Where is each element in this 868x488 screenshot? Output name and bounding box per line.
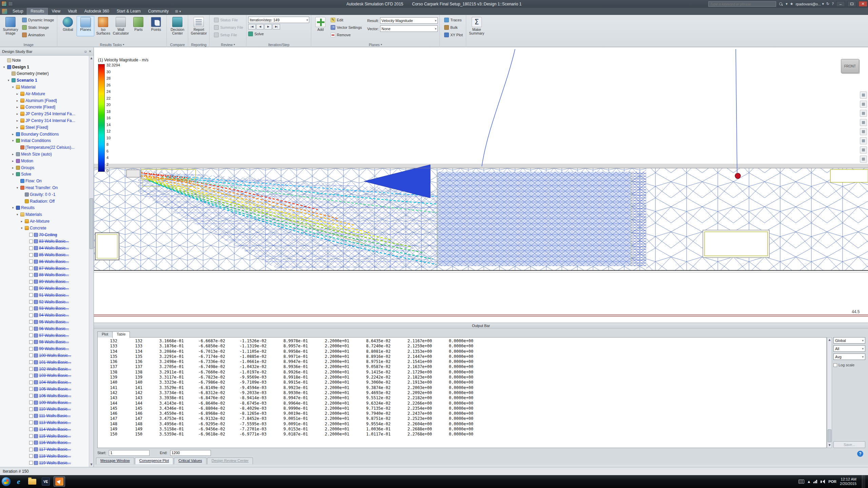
tree-item[interactable]: ▸Concrete [Fixed] [0,104,89,111]
table-row[interactable]: 1371373.2705e-01-6.7498e-02-1.0432e-028.… [100,364,826,369]
tree-item[interactable]: ▸Boundary Conditions [0,131,89,138]
view-cube[interactable]: FRONT [841,59,859,73]
tree-item[interactable]: 94 Walls:Basic... [0,312,89,319]
xy-plot-button[interactable]: XY Plot [443,32,464,38]
maximize-button[interactable] [847,1,856,7]
expander-open-icon[interactable]: ▾ [11,206,15,209]
tree-item[interactable]: ▸Motion [0,158,89,164]
scope-combo[interactable]: Global▾ [833,337,865,344]
visibility-checkbox[interactable] [29,441,33,445]
search-caret-icon[interactable]: ▾ [786,2,788,6]
tree-item[interactable]: Radiation: Off [0,198,89,205]
table-row[interactable]: 1441443.4143e-01-6.8640e-02-8.6745e-038.… [100,401,826,406]
output-tab-design-review-center[interactable]: Design Review Center [207,458,253,464]
expander-open-icon[interactable]: ▾ [15,186,19,189]
visibility-checkbox[interactable] [29,347,33,351]
tree-item[interactable]: 89 Walls:Basic... [0,278,89,285]
quantity-combo[interactable]: All▾ [833,345,865,352]
tree-item[interactable]: 99 Walls:Basic... [0,345,89,352]
panel-close-icon[interactable]: ✕ [89,49,92,53]
search-icon[interactable] [778,2,783,6]
sync-icon[interactable]: ↻ [826,2,829,6]
table-row[interactable]: 1361363.2498e-01-6.7336e-02-1.0661e-028.… [100,359,826,364]
table-row[interactable]: 1381383.2911e-01-6.7660e-02-1.0197e-028.… [100,370,826,375]
tree-item[interactable]: 116 Walls:Basic... [0,439,89,446]
tree-item[interactable]: 91 Walls:Basic... [0,292,89,299]
static-image-button[interactable]: Static Image [21,24,55,31]
visibility-checkbox[interactable] [29,340,33,344]
menu-tab-start-learn[interactable]: Start & Learn [113,8,144,15]
tree-item[interactable]: 84 Walls:Basic... [0,245,89,251]
favorites-star-icon[interactable]: ★ [790,2,793,6]
tree-item[interactable]: 113 Walls:Basic... [0,419,89,426]
visibility-checkbox[interactable] [29,286,33,290]
tree-item[interactable]: 86 Walls:Basic... [0,258,89,265]
add-plane-button[interactable]: Add [313,16,328,36]
planes-button[interactable]: Planes [77,16,94,36]
section-plane-icon[interactable] [860,110,867,117]
visibility-checkbox[interactable] [29,454,33,458]
menu-tab-results[interactable]: Results [27,8,48,15]
tree-item[interactable]: Flow: On [0,178,89,184]
animation-button[interactable]: Animation [21,32,55,38]
tree-item[interactable]: 118 Walls:Basic... [0,453,89,460]
tree-item[interactable]: 70 Ceiling [0,231,89,238]
tree-item[interactable]: ▾Concrete [0,225,89,231]
tray-expand-icon[interactable]: ▲ [808,480,810,483]
expander-closed-icon[interactable]: ▸ [15,119,19,122]
expander-closed-icon[interactable]: ▸ [15,99,19,102]
iso-surfaces-button[interactable]: Iso Surfaces [94,16,112,36]
tree-item[interactable]: 96 Walls:Basic... [0,325,89,332]
tree-item[interactable]: 104 Walls:Basic... [0,379,89,386]
tree-item[interactable]: Note [0,57,89,64]
clip-icon[interactable] [860,137,867,144]
tree-item[interactable]: ▾Scenario 1 [0,77,89,84]
file-explorer-button[interactable] [26,476,38,487]
language-indicator[interactable]: POR [828,480,836,484]
quick-access-icon[interactable] [8,1,13,6]
appearance-icon[interactable] [860,92,867,99]
table-row[interactable]: 1331333.1876e-01-6.6850e-02-1.1319e-028.… [100,344,826,349]
output-table[interactable]: 1321323.1668e-01-6.6687e-02-1.1526e-028.… [97,337,827,448]
expander-open-icon[interactable]: ▾ [20,226,24,230]
tree-item[interactable]: 83 Walls:Basic... [0,238,89,245]
iteration-step-combo[interactable]: Iteration/step: 149 ▾ [248,17,309,23]
visibility-checkbox[interactable] [29,414,33,418]
visibility-checkbox[interactable] [29,260,33,263]
decision-center-button[interactable]: Decision Center [169,16,186,36]
probe-icon[interactable] [860,119,867,126]
monitor-point-marker[interactable] [735,173,741,179]
step-last-button[interactable]: ▶| [273,24,280,29]
expander-open-icon[interactable]: ▾ [15,213,19,216]
visibility-checkbox[interactable] [29,461,33,465]
group-label-results-tasks[interactable]: Results Tasks▾ [57,42,166,47]
design-study-bar-header[interactable]: Design Study Bar ▫ ✕ [0,47,94,56]
visibility-checkbox[interactable] [29,280,33,284]
tree-item[interactable]: ▾Design 1 [0,64,89,70]
group-label-review[interactable]: Review▾ [210,42,246,47]
bulk-button[interactable]: Bulk [443,24,464,31]
vector-settings-button[interactable]: Vector Settings [329,24,363,31]
tree-item[interactable]: 103 Walls:Basic... [0,372,89,379]
visibility-checkbox[interactable] [29,320,33,324]
visibility-checkbox[interactable] [29,273,33,277]
output-tab-critical-values[interactable]: Critical Values [174,458,206,464]
internet-explorer-button[interactable]: e [13,476,24,487]
dynamic-image-button[interactable]: Dynamic Image [21,17,55,23]
table-row[interactable]: 1411413.3529e-01-6.8149e-02-9.4594e-038.… [100,385,826,390]
scroll-up-icon[interactable]: ▲ [89,56,94,61]
table-row[interactable]: 1321323.1668e-01-6.6687e-02-1.1526e-028.… [100,339,826,344]
visibility-checkbox[interactable] [29,367,33,371]
visibility-checkbox[interactable] [29,360,33,364]
tree-item[interactable]: ▸Mesh Size (auto) [0,151,89,158]
tree-item[interactable]: ▸JP Centry 314 Internal Fa... [0,117,89,124]
visibility-checkbox[interactable] [29,381,33,384]
visibility-checkbox[interactable] [29,407,33,411]
visibility-checkbox[interactable] [29,394,33,398]
output-tab-convergence-plot[interactable]: Convergence Plot [135,458,173,464]
tree-item[interactable]: 100 Walls:Basic... [0,352,89,359]
expander-closed-icon[interactable]: ▸ [11,152,15,156]
visibility-checkbox[interactable] [29,448,33,451]
tree-item[interactable]: 98 Walls:Basic... [0,339,89,345]
ribbon-options-icon[interactable]: ⊞ [175,9,178,13]
